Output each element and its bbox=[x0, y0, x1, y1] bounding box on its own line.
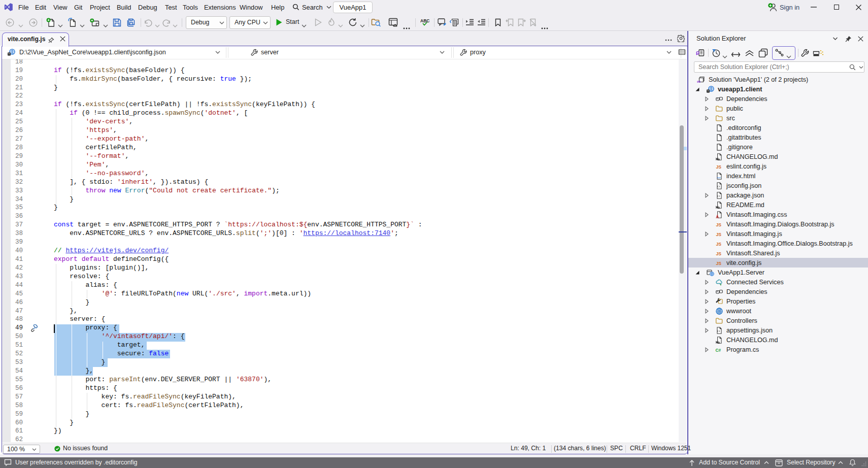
svg-text:JS: JS bbox=[716, 164, 722, 169]
svg-text:∞: ∞ bbox=[697, 79, 700, 84]
svg-text:JS: JS bbox=[716, 222, 722, 227]
svg-text:JS: JS bbox=[716, 260, 722, 265]
svg-text:JS: JS bbox=[716, 241, 722, 246]
svg-text:<>: <> bbox=[717, 176, 721, 179]
svg-text:C#: C# bbox=[716, 348, 721, 353]
svg-text:JS: JS bbox=[716, 251, 722, 256]
svg-text:JS: JS bbox=[716, 231, 722, 237]
svg-text:ABC: ABC bbox=[420, 18, 429, 23]
